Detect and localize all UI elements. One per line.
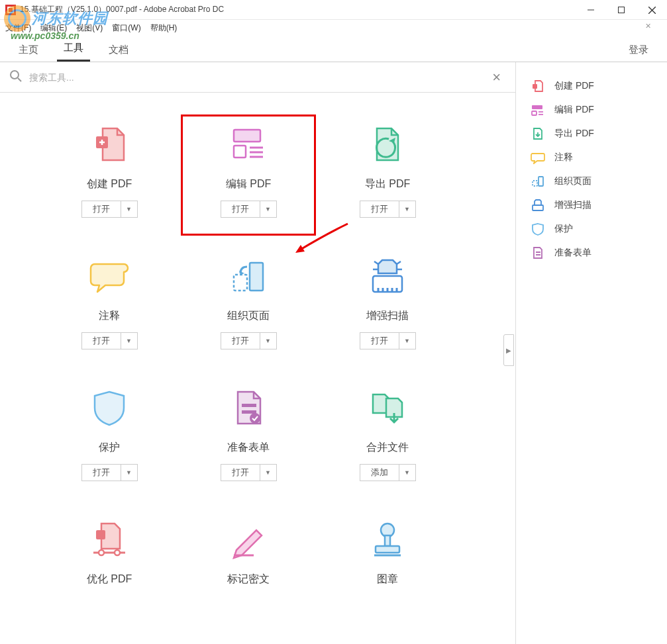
sidebar-item-label: 编辑 PDF bbox=[554, 104, 594, 116]
tool-combine[interactable]: 合并文件 添加▼ bbox=[318, 376, 457, 501]
tool-action[interactable]: 添加▼ bbox=[360, 464, 416, 481]
sidebar-item-organize[interactable]: 组织页面 bbox=[516, 169, 667, 193]
tool-label: 准备表单 bbox=[227, 441, 270, 455]
tool-optimize[interactable]: 优化 PDF bbox=[40, 508, 179, 616]
tool-organize[interactable]: 组织页面 打开▼ bbox=[179, 244, 318, 369]
tool-comment[interactable]: 注释 打开▼ bbox=[40, 244, 179, 369]
search-clear-icon[interactable]: × bbox=[487, 69, 506, 86]
sidebar-item-comment[interactable]: 注释 bbox=[516, 146, 667, 169]
svg-rect-12 bbox=[234, 130, 260, 142]
menubar-close-icon[interactable]: ✕ bbox=[645, 22, 651, 30]
maximize-button[interactable] bbox=[606, 0, 637, 20]
chevron-down-icon[interactable]: ▼ bbox=[260, 465, 276, 481]
menu-edit[interactable]: 编辑(E) bbox=[40, 23, 67, 34]
tool-action[interactable]: 打开▼ bbox=[81, 464, 138, 481]
protect-icon bbox=[531, 222, 545, 236]
tool-form[interactable]: 准备表单 打开▼ bbox=[179, 376, 318, 501]
tool-scan[interactable]: 增强扫描 打开▼ bbox=[318, 244, 457, 369]
sidebar-item-protect[interactable]: 保护 bbox=[516, 217, 667, 241]
redact-icon bbox=[225, 516, 272, 563]
tool-label: 组织页面 bbox=[227, 309, 270, 323]
menu-file[interactable]: 文件(F) bbox=[5, 23, 31, 34]
combine-icon bbox=[364, 384, 411, 432]
svg-point-31 bbox=[115, 550, 120, 555]
sidebar-item-edit-pdf[interactable]: 编辑 PDF bbox=[516, 98, 667, 122]
comment-icon bbox=[531, 151, 545, 164]
tool-redact[interactable]: 标记密文 bbox=[179, 508, 318, 616]
menu-help[interactable]: 帮助(H) bbox=[150, 23, 178, 34]
svg-rect-45 bbox=[536, 252, 540, 253]
tools-scroll[interactable]: 创建 PDF 打开▼ 编辑 PDF 打开▼ 导出 PDF 打开▼ bbox=[0, 93, 515, 644]
tool-label: 合并文件 bbox=[366, 441, 409, 455]
sidebar-item-label: 创建 PDF bbox=[554, 80, 594, 92]
sidebar-collapse-handle[interactable]: ▶ bbox=[503, 334, 514, 366]
form-icon bbox=[225, 384, 272, 432]
chevron-down-icon[interactable]: ▼ bbox=[399, 333, 415, 349]
search-input[interactable] bbox=[29, 72, 487, 83]
tool-create-pdf[interactable]: 创建 PDF 打开▼ bbox=[40, 113, 179, 238]
tool-label: 导出 PDF bbox=[365, 177, 410, 191]
tool-action[interactable]: 打开▼ bbox=[221, 201, 277, 218]
svg-rect-17 bbox=[250, 263, 263, 291]
tool-action[interactable]: 打开▼ bbox=[81, 201, 138, 218]
tool-label: 保护 bbox=[99, 441, 120, 455]
tool-action[interactable]: 打开▼ bbox=[221, 464, 277, 481]
tool-action[interactable]: 打开▼ bbox=[81, 332, 138, 349]
organize-icon bbox=[225, 252, 272, 300]
svg-rect-46 bbox=[536, 254, 540, 255]
svg-rect-44 bbox=[533, 205, 543, 210]
sidebar-item-create-pdf[interactable]: 创建 PDF bbox=[516, 74, 667, 98]
tool-action[interactable]: 打开▼ bbox=[360, 332, 416, 349]
tab-home[interactable]: 主页 bbox=[12, 38, 45, 62]
tab-tools[interactable]: 工具 bbox=[57, 36, 90, 62]
menu-view[interactable]: 视图(V) bbox=[76, 23, 103, 34]
chevron-down-icon[interactable]: ▼ bbox=[399, 201, 415, 217]
tool-label: 增强扫描 bbox=[366, 309, 409, 323]
close-button[interactable] bbox=[637, 0, 667, 20]
chevron-down-icon[interactable]: ▼ bbox=[121, 333, 137, 349]
svg-rect-39 bbox=[532, 111, 537, 115]
edit-pdf-icon bbox=[225, 120, 272, 168]
scan-icon bbox=[531, 199, 545, 212]
app-icon bbox=[5, 5, 16, 15]
tool-action[interactable]: 打开▼ bbox=[360, 201, 416, 218]
svg-point-7 bbox=[11, 71, 19, 79]
sidebar-item-label: 导出 PDF bbox=[554, 128, 594, 140]
tool-label: 标记密文 bbox=[227, 573, 270, 586]
svg-rect-42 bbox=[539, 177, 543, 186]
svg-rect-13 bbox=[234, 146, 246, 158]
tool-protect[interactable]: 保护 打开▼ bbox=[40, 376, 179, 501]
svg-rect-35 bbox=[376, 546, 399, 553]
svg-rect-25 bbox=[242, 404, 256, 407]
tool-edit-pdf[interactable]: 编辑 PDF 打开▼ bbox=[179, 113, 318, 238]
svg-rect-38 bbox=[532, 105, 542, 109]
tool-grid: 创建 PDF 打开▼ 编辑 PDF 打开▼ 导出 PDF 打开▼ bbox=[0, 93, 502, 622]
sidebar-item-form[interactable]: 准备表单 bbox=[516, 241, 667, 265]
titlebar: 15.基础工程（V25.1.0）0007.pdf - Adobe Acrobat… bbox=[0, 0, 667, 20]
tab-document[interactable]: 文档 bbox=[102, 38, 135, 62]
sidebar-item-scan[interactable]: 增强扫描 bbox=[516, 193, 667, 217]
sidebar-item-label: 准备表单 bbox=[554, 247, 591, 259]
svg-rect-4 bbox=[619, 7, 625, 13]
menu-window[interactable]: 窗口(W) bbox=[112, 23, 140, 34]
svg-point-30 bbox=[99, 550, 104, 555]
tool-action[interactable]: 打开▼ bbox=[221, 332, 277, 349]
create-pdf-icon bbox=[531, 79, 545, 93]
login-link[interactable]: 登录 bbox=[622, 38, 655, 62]
chevron-down-icon[interactable]: ▼ bbox=[260, 333, 276, 349]
minimize-button[interactable] bbox=[576, 0, 606, 20]
menubar: 文件(F) 编辑(E) 视图(V) 窗口(W) 帮助(H) ✕ bbox=[0, 20, 667, 36]
tool-label: 优化 PDF bbox=[87, 573, 132, 586]
tool-export-pdf[interactable]: 导出 PDF 打开▼ bbox=[318, 113, 457, 238]
svg-rect-28 bbox=[96, 530, 105, 539]
chevron-down-icon[interactable]: ▼ bbox=[121, 465, 137, 481]
chevron-down-icon[interactable]: ▼ bbox=[399, 465, 415, 481]
export-pdf-icon bbox=[531, 127, 545, 140]
sidebar-item-export-pdf[interactable]: 导出 PDF bbox=[516, 122, 667, 146]
chevron-down-icon[interactable]: ▼ bbox=[260, 201, 276, 217]
chevron-down-icon[interactable]: ▼ bbox=[121, 201, 137, 217]
sidebar: 创建 PDF 编辑 PDF 导出 PDF 注释 组织页面 增强扫描 保护 准备 bbox=[516, 62, 667, 644]
svg-rect-43 bbox=[533, 181, 537, 186]
tool-stamp[interactable]: 图章 bbox=[318, 508, 457, 616]
create-pdf-icon bbox=[85, 120, 133, 168]
